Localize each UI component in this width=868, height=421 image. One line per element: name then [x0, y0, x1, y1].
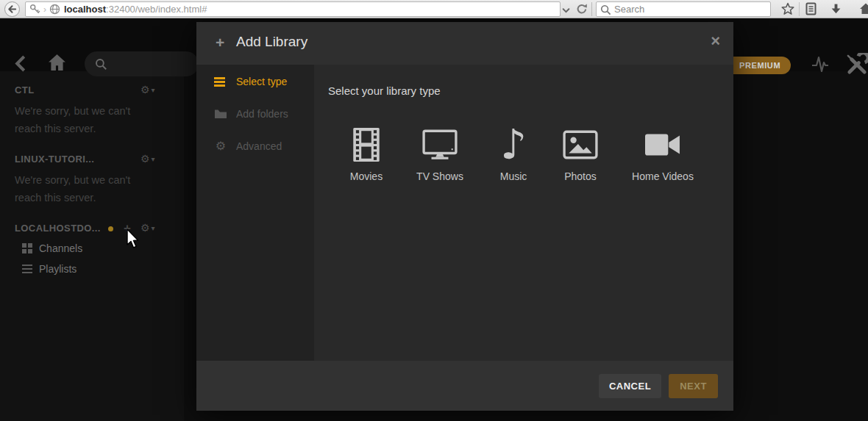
chevron-down-icon: ▾ — [152, 155, 155, 163]
url-dropdown-button[interactable] — [562, 4, 570, 18]
library-type-label: Photos — [547, 170, 613, 182]
gear-icon: ⚙ — [140, 84, 150, 96]
library-type-movies[interactable]: Movies — [333, 123, 399, 182]
premium-badge-label: PREMIUM — [739, 61, 780, 70]
downloads-icon[interactable] — [830, 3, 842, 18]
url-text: localhost:32400/web/index.html# — [64, 4, 207, 15]
back-arrow-icon — [7, 4, 17, 14]
error-line: reach this server. — [15, 192, 96, 204]
video-camera-icon — [619, 123, 707, 166]
server-name-ctl[interactable]: CTL — [15, 84, 34, 96]
step-advanced[interactable]: ⚙ Advanced — [214, 140, 282, 152]
search-icon — [95, 58, 107, 71]
browser-search-box[interactable] — [596, 1, 771, 17]
server-settings-ctl[interactable]: ⚙▾ — [140, 84, 155, 96]
reload-button[interactable] — [576, 3, 588, 18]
sidebar-item-label: Channels — [39, 242, 82, 254]
bookmarks-menu-icon[interactable] — [805, 2, 817, 18]
server-settings-linux-tutorial[interactable]: ⚙▾ — [140, 153, 155, 165]
library-type-label: Home Videos — [619, 170, 707, 182]
library-type-music[interactable]: ♪ Music — [480, 123, 547, 182]
server-name-linux-tutorial[interactable]: LINUX-TUTORI... — [15, 154, 94, 165]
plus-icon: + — [216, 35, 224, 51]
library-type-label: Movies — [333, 170, 399, 182]
server-error-text: We're sorry, but we can't reach this ser… — [15, 171, 130, 206]
server-name-localhost[interactable]: LOCALHOSTDO... — [15, 223, 101, 234]
settings-tools-icon[interactable] — [845, 53, 868, 79]
browser-search-input[interactable] — [614, 3, 765, 15]
step-add-folders[interactable]: Add folders — [214, 108, 288, 120]
app-search-input[interactable] — [111, 55, 192, 73]
library-type-photos[interactable]: Photos — [547, 123, 613, 182]
cancel-button[interactable]: CANCEL — [599, 374, 661, 398]
dialog-footer: CANCEL NEXT — [196, 361, 733, 411]
step-select-type[interactable]: Select type — [214, 76, 287, 87]
search-icon — [600, 4, 611, 15]
app-search-box[interactable] — [85, 51, 199, 76]
chevron-down-icon: ▾ — [152, 86, 155, 94]
library-type-home-videos[interactable]: Home Videos — [619, 123, 707, 182]
dialog-header: + Add Library × — [196, 22, 733, 65]
toolbar-divider — [799, 2, 800, 16]
folder-icon — [214, 109, 227, 119]
url-host: localhost — [64, 4, 106, 15]
library-type-tv-shows[interactable]: TV Shows — [407, 123, 473, 182]
server-status-dot — [108, 226, 113, 231]
app-home-button[interactable] — [47, 53, 67, 76]
sidebar: CTL ⚙▾ We're sorry, but we can't reach t… — [0, 71, 184, 421]
chevron-down-icon: ▾ — [152, 224, 155, 232]
dialog-content: Select your library type — [314, 65, 733, 361]
error-line: reach this server. — [15, 123, 96, 134]
server-settings-localhost[interactable]: ⚙▾ — [140, 222, 155, 234]
gear-icon: ⚙ — [140, 222, 150, 234]
bookmark-star-icon[interactable] — [781, 2, 794, 18]
app-back-button[interactable] — [15, 55, 26, 75]
premium-badge: PREMIUM — [733, 57, 791, 74]
sidebar-item-playlists[interactable]: Playlists — [22, 263, 77, 275]
globe-icon — [49, 4, 60, 15]
sidebar-item-label: Playlists — [39, 263, 77, 275]
dialog-step-nav: Select type Add folders ⚙ Advanced — [196, 65, 314, 361]
sidebar-item-channels[interactable]: Channels — [22, 242, 82, 254]
browser-back-button[interactable] — [4, 1, 20, 17]
content-heading: Select your library type — [328, 84, 441, 97]
url-path: :32400/web/index.html# — [106, 4, 207, 15]
browser-toolbar: › localhost:32400/web/index.html# — [0, 0, 868, 18]
library-type-label: TV Shows — [407, 170, 473, 182]
step-label: Advanced — [236, 140, 282, 152]
step-label: Add folders — [236, 108, 288, 120]
music-note-icon: ♪ — [480, 123, 547, 166]
gear-icon: ⚙ — [214, 140, 227, 152]
library-type-label: Music — [480, 170, 547, 182]
server-error-text: We're sorry, but we can't reach this ser… — [15, 102, 130, 137]
url-bar[interactable]: › localhost:32400/web/index.html# — [25, 1, 561, 17]
dialog-title: Add Library — [236, 34, 307, 50]
playlists-list-icon — [22, 265, 32, 274]
photo-icon — [547, 123, 613, 166]
step-label: Select type — [236, 76, 287, 87]
gear-icon: ⚙ — [140, 153, 150, 165]
next-button[interactable]: NEXT — [669, 374, 718, 398]
browser-home-icon[interactable] — [859, 2, 868, 18]
activity-icon[interactable] — [811, 54, 830, 76]
toolbar-divider — [591, 2, 592, 16]
tv-icon — [407, 123, 473, 166]
error-line: We're sorry, but we can't — [15, 174, 130, 186]
channels-grid-icon — [22, 243, 32, 253]
list-icon — [214, 77, 227, 87]
add-library-dialog: + Add Library × Select type Add folders … — [196, 22, 733, 411]
mouse-cursor — [125, 229, 140, 253]
key-icon — [29, 4, 40, 15]
breadcrumb-separator: › — [43, 4, 46, 15]
error-line: We're sorry, but we can't — [15, 105, 130, 117]
movies-filmstrip-icon — [333, 123, 399, 166]
note-glyph: ♪ — [500, 124, 527, 165]
close-icon[interactable]: × — [711, 32, 720, 51]
